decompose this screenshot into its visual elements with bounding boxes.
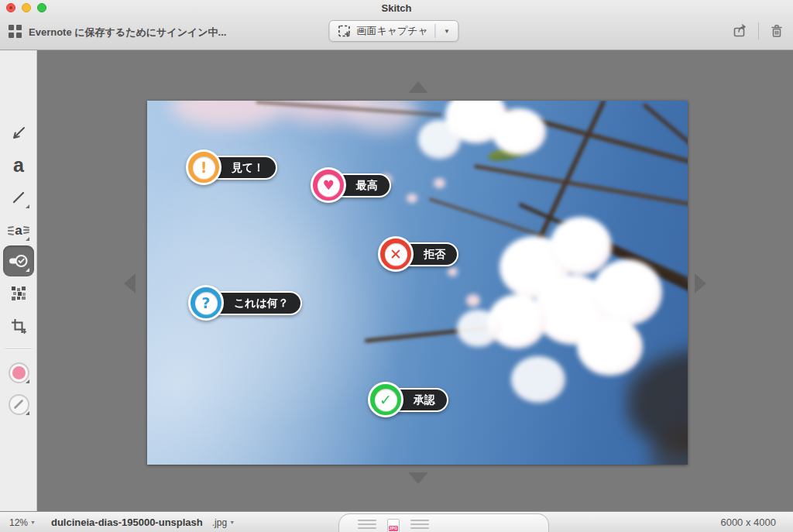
color-swatch-ring <box>9 362 29 383</box>
skitch-window: Skitch Evernote に保存するためにサインイン中... 画面キャプチ… <box>0 0 793 532</box>
chevron-down-icon: ▼ <box>30 520 36 525</box>
stamp-badge-icon <box>9 253 29 269</box>
stroke-width-icon <box>9 394 29 415</box>
filename-label[interactable]: dulcineia-dias-195000-unsplash <box>51 517 203 528</box>
previous-document-icon[interactable] <box>358 519 376 530</box>
capture-frame-icon <box>337 24 351 38</box>
stamp-question[interactable]: これは何？ ? <box>188 285 224 321</box>
zoom-level-dropdown[interactable]: 12% ▼ <box>9 517 36 528</box>
evernote-signin-status: Evernote に保存するためにサインイン中... <box>29 26 226 39</box>
jpg-badge: JPG <box>389 526 398 531</box>
sidebar-divider <box>5 348 32 350</box>
pan-up-chevron[interactable] <box>408 81 428 93</box>
chevron-down-icon: ▼ <box>229 520 235 525</box>
svg-text:a: a <box>15 223 22 238</box>
share-button[interactable] <box>730 21 750 41</box>
tool-stamp[interactable] <box>3 245 34 276</box>
stamp-reject-badge-icon: ✕ <box>378 236 414 272</box>
tool-crop[interactable] <box>3 311 34 342</box>
tool-line[interactable] <box>3 182 34 213</box>
toolbar-divider <box>758 22 759 39</box>
stamp-alert[interactable]: 見て！ ! <box>186 149 221 185</box>
stamp-reject[interactable]: 拒否 ✕ <box>378 236 414 272</box>
stamp-approve-badge-icon: ✓ <box>368 382 403 417</box>
pan-down-chevron[interactable] <box>408 472 428 484</box>
capture-dropdown-arrow[interactable]: ▼ <box>441 28 452 35</box>
image-dimensions-label: 6000 x 4000 <box>720 517 776 528</box>
next-document-icon[interactable] <box>410 519 429 530</box>
stamp-love[interactable]: 最高 ♥ <box>311 167 346 203</box>
tool-pixelate[interactable] <box>3 278 34 309</box>
text-tool-icon: a <box>13 156 24 175</box>
status-bar: 12% ▼ dulcineia-dias-195000-unsplash .jp… <box>0 511 793 532</box>
header: Skitch Evernote に保存するためにサインイン中... 画面キャプチ… <box>0 0 793 50</box>
screen-capture-button[interactable]: 画面キャプチャ ▼ <box>328 20 458 42</box>
marker-strokes-icon: a <box>8 221 29 239</box>
tool-highlighter[interactable]: a <box>3 215 34 245</box>
photo-canvas[interactable]: 見て！ ! 最高 ♥ 拒否 ✕ <box>147 101 688 465</box>
trash-button[interactable] <box>767 21 787 41</box>
crop-frame-icon <box>10 317 27 335</box>
arrow-southwest-icon <box>9 124 28 142</box>
color-swatch <box>12 366 26 379</box>
stamp-love-badge-icon: ♥ <box>311 167 346 203</box>
stamp-approve[interactable]: 承認 ✓ <box>368 382 403 417</box>
window-title: Skitch <box>0 2 793 14</box>
diagonal-line-icon <box>10 189 27 206</box>
tool-arrow[interactable] <box>3 118 34 149</box>
mosaic-icon <box>10 285 27 302</box>
canvas-area[interactable]: 見て！ ! 最高 ♥ 拒否 ✕ <box>37 50 793 511</box>
pan-right-chevron[interactable] <box>695 273 706 293</box>
stamp-question-badge-icon: ? <box>188 285 224 321</box>
pan-left-chevron[interactable] <box>124 273 136 293</box>
file-extension-dropdown[interactable]: .jpg ▼ <box>212 517 235 528</box>
document-switcher-tab[interactable]: JPG <box>338 513 549 532</box>
button-divider <box>434 24 435 38</box>
stamp-alert-badge-icon: ! <box>186 149 221 185</box>
current-document-icon[interactable]: JPG <box>387 519 400 532</box>
color-picker[interactable] <box>3 357 34 388</box>
tool-sidebar: a a <box>0 50 37 511</box>
stroke-width-picker[interactable] <box>3 389 34 420</box>
drag-grid-icon[interactable] <box>9 25 22 38</box>
tool-text[interactable]: a <box>3 149 34 180</box>
capture-button-label: 画面キャプチャ <box>356 24 428 38</box>
